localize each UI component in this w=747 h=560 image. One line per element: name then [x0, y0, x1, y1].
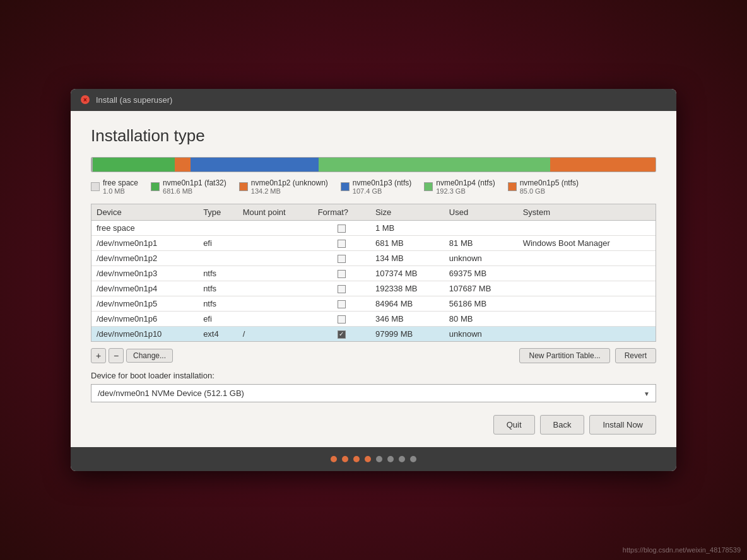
legend-text-0: free space1.0 MB: [103, 178, 138, 195]
boot-loader-label: Device for boot loader installation:: [91, 371, 656, 380]
disk-bar: [91, 157, 656, 172]
col-system: System: [518, 204, 656, 221]
table-row[interactable]: /dev/nvme0n1p2134 MBunknown: [91, 250, 656, 265]
format-checkbox-2[interactable]: [338, 255, 346, 263]
legend-text-3: nvme0n1p3 (ntfs)107.4 GB: [353, 178, 411, 195]
titlebar: × Install (as superuser): [71, 89, 676, 111]
window-title: Install (as superuser): [96, 95, 172, 105]
close-icon: ×: [83, 96, 87, 103]
table-row[interactable]: /dev/nvme0n1p4ntfs192338 MB107687 MB: [91, 281, 656, 296]
legend-text-2: nvme0n1p2 (unknown)134.2 MB: [251, 178, 328, 195]
change-partition-button[interactable]: Change...: [126, 349, 173, 363]
remove-partition-button[interactable]: −: [109, 348, 124, 363]
disk-legend: free space1.0 MBnvme0n1p1 (fat32)681.6 M…: [91, 178, 656, 195]
install-now-button[interactable]: Install Now: [589, 415, 656, 435]
progress-dot-3: [365, 456, 371, 462]
main-window: × Install (as superuser) Installation ty…: [71, 89, 676, 472]
revert-button[interactable]: Revert: [615, 348, 656, 363]
legend-item-4: nvme0n1p4 (ntfs)192.3 GB: [424, 178, 495, 195]
col-device: Device: [91, 204, 198, 221]
format-checkbox-6[interactable]: [338, 315, 346, 324]
legend-text-4: nvme0n1p4 (ntfs)192.3 GB: [436, 178, 495, 195]
format-checkbox-4[interactable]: [338, 285, 346, 293]
legend-color-0: [91, 182, 100, 191]
table-row[interactable]: /dev/nvme0n1p1efi681 MB81 MBWindows Boot…: [91, 235, 656, 250]
format-checkbox-1[interactable]: [338, 240, 346, 248]
progress-dot-2: [353, 456, 360, 462]
legend-color-2: [239, 182, 248, 191]
quit-button[interactable]: Quit: [493, 415, 535, 435]
boot-loader-select[interactable]: /dev/nvme0n1 NVMe Device (512.1 GB): [91, 384, 656, 402]
table-row[interactable]: /dev/nvme0n1p3ntfs107374 MB69375 MB: [91, 265, 656, 281]
format-checkbox-7[interactable]: [338, 330, 346, 339]
col-used: Used: [444, 204, 518, 221]
legend-text-5: nvme0n1p5 (ntfs)85.0 GB: [520, 178, 579, 195]
progress-dot-5: [387, 456, 394, 462]
progress-dot-0: [331, 456, 337, 462]
format-checkbox-3[interactable]: [338, 270, 346, 278]
legend-item-1: nvme0n1p1 (fat32)681.6 MB: [151, 178, 226, 195]
table-row[interactable]: /dev/nvme0n1p5ntfs84964 MB56186 MB: [91, 296, 656, 312]
col-type: Type: [198, 204, 238, 221]
bottom-buttons: Quit Back Install Now: [91, 412, 656, 435]
table-row[interactable]: /dev/nvme0n1p6efi346 MB80 MB: [91, 312, 656, 327]
col-mount: Mount point: [238, 204, 313, 221]
add-partition-button[interactable]: +: [91, 348, 106, 363]
col-format: Format?: [313, 204, 370, 221]
legend-item-5: nvme0n1p5 (ntfs)85.0 GB: [508, 178, 579, 195]
legend-item-3: nvme0n1p3 (ntfs)107.4 GB: [341, 178, 411, 195]
partition-table: Device Type Mount point Format? Size Use…: [91, 204, 656, 342]
progress-dot-7: [410, 456, 416, 462]
format-checkbox-5[interactable]: [338, 300, 346, 308]
right-toolbar: New Partition Table... Revert: [519, 348, 656, 363]
new-partition-table-button[interactable]: New Partition Table...: [519, 348, 609, 363]
legend-color-3: [341, 182, 350, 191]
table-row[interactable]: /dev/nvme0n1p10ext4/97999 MBunknown: [91, 327, 656, 342]
legend-color-1: [151, 182, 160, 191]
boot-loader-select-wrapper[interactable]: /dev/nvme0n1 NVMe Device (512.1 GB): [91, 384, 656, 402]
close-button[interactable]: ×: [81, 95, 90, 104]
legend-item-2: nvme0n1p2 (unknown)134.2 MB: [239, 178, 328, 195]
col-size: Size: [370, 204, 444, 221]
table-row[interactable]: free space1 MB: [91, 220, 656, 235]
legend-color-5: [508, 182, 517, 191]
table-header-row: Device Type Mount point Format? Size Use…: [91, 204, 656, 221]
legend-color-4: [424, 182, 433, 191]
legend-item-0: free space1.0 MB: [91, 178, 138, 195]
legend-text-1: nvme0n1p1 (fat32)681.6 MB: [163, 178, 226, 195]
content-area: Installation type free space1.0 MBnvme0n…: [71, 111, 676, 448]
partition-toolbar: + − Change... New Partition Table... Rev…: [91, 348, 656, 363]
watermark: https://blog.csdn.net/weixin_48178539: [623, 546, 741, 554]
partition-table-container: Device Type Mount point Format? Size Use…: [91, 204, 656, 342]
page-title: Installation type: [91, 126, 656, 146]
progress-dot-1: [342, 456, 348, 462]
progress-dots: [71, 447, 676, 471]
partition-rows: free space1 MB/dev/nvme0n1p1efi681 MB81 …: [91, 220, 656, 341]
progress-dot-4: [376, 456, 382, 462]
back-button[interactable]: Back: [540, 415, 585, 435]
progress-dot-6: [399, 456, 405, 462]
format-checkbox-0[interactable]: [338, 225, 346, 233]
